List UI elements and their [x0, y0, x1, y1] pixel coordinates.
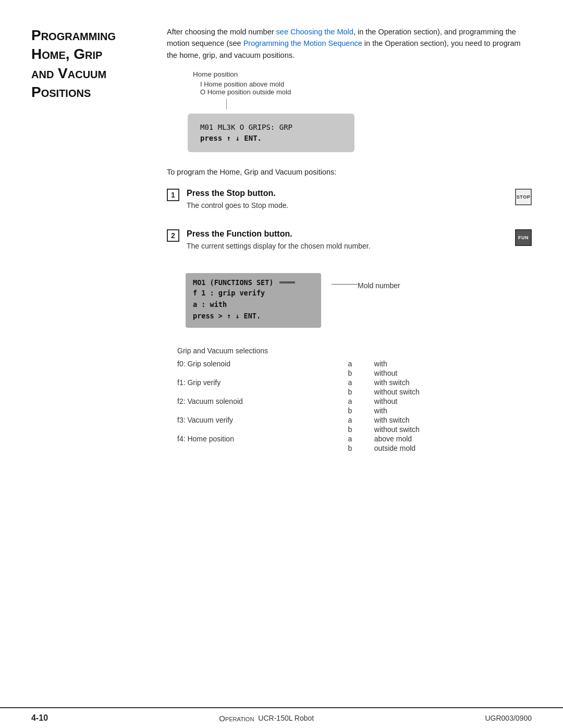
footer-page-number: 4-10	[31, 713, 48, 723]
to-program-text: To program the Home, Grip and Vacuum pos…	[167, 168, 532, 176]
home-screen-line1: M01 ML3K O GRIPS: GRP	[200, 122, 342, 133]
table-row: f4: Home positionaabove mold	[177, 434, 532, 443]
functions-header-text: MO1 (FUNCTIONS SET)	[193, 278, 273, 287]
left-column: Programming Home, Grip and Vacuum Positi…	[31, 26, 146, 692]
intro-link1[interactable]: see Choosing the Mold	[276, 28, 353, 36]
selection-b-value: without	[374, 368, 532, 378]
main-content: Programming Home, Grip and Vacuum Positi…	[0, 0, 563, 707]
step1-row: Press the Stop button. The control goes …	[187, 188, 532, 211]
selection-code: f4: Home position	[177, 434, 348, 443]
selection-b-letter: b	[348, 443, 374, 453]
functions-screen-wrapper: MO1 (FUNCTIONS SET) f 1 : grip verify a …	[186, 273, 532, 328]
header-bar-decoration	[279, 281, 295, 283]
home-screen-line2: press ↑ ↓ ENT.	[200, 133, 342, 144]
selection-code: f1: Grip verify	[177, 378, 348, 387]
title-line3: and Vacuum	[31, 65, 106, 81]
fun-button-icon: FUN	[515, 229, 532, 246]
selections-title: Grip and Vacuum selections	[177, 347, 532, 355]
functions-line1: f 1 : grip verify	[193, 288, 312, 299]
table-row: boutside mold	[177, 443, 532, 453]
page-footer: 4-10 Operation UCR-150L Robot UGR003/090…	[0, 707, 563, 728]
footer-doc-code: UGR003/0900	[485, 714, 532, 722]
title-line4: Positions	[31, 84, 91, 100]
home-position-diagram: Home position I Home position above mold…	[177, 70, 532, 156]
selection-a-value: with switch	[374, 378, 532, 387]
intro-link2[interactable]: Programming the Motion Sequence	[243, 39, 362, 47]
selection-a-value: without	[374, 397, 532, 406]
intro-text-part1: After choosing the mold number	[167, 28, 276, 36]
functions-header: MO1 (FUNCTIONS SET)	[193, 278, 312, 287]
step2-block: 2 Press the Function button. The current…	[167, 228, 532, 251]
selection-b-letter: b	[348, 406, 374, 415]
selection-b-value: with	[374, 406, 532, 415]
table-row: f2: Vacuum solenoidawithout	[177, 397, 532, 406]
selection-a-letter: a	[348, 397, 374, 406]
step2-row: Press the Function button. The current s…	[187, 228, 532, 251]
selection-b-value: outside mold	[374, 443, 532, 453]
selection-code: f2: Vacuum solenoid	[177, 397, 348, 406]
stop-button-label: STOP	[517, 194, 530, 200]
stop-button-icon: STOP	[515, 189, 532, 205]
table-row: bwithout	[177, 368, 532, 378]
table-row: f3: Vacuum verifyawith switch	[177, 415, 532, 425]
mold-number-line	[332, 284, 358, 285]
functions-line2: a : with	[193, 299, 312, 311]
footer-doc-title: UCR-150L Robot	[258, 714, 314, 722]
table-row: bwithout switch	[177, 387, 532, 397]
table-row: f1: Grip verifyawith switch	[177, 378, 532, 387]
footer-center: Operation UCR-150L Robot	[219, 714, 314, 723]
selection-code: f3: Vacuum verify	[177, 415, 348, 425]
page-title: Programming Home, Grip and Vacuum Positi…	[31, 26, 146, 102]
selection-b-value: without switch	[374, 425, 532, 434]
selection-code: f0: Grip solenoid	[177, 359, 348, 368]
step1-content: Press the Stop button. The control goes …	[187, 188, 532, 211]
step1-block: 1 Press the Stop button. The control goe…	[167, 188, 532, 211]
selection-a-value: with	[374, 359, 532, 368]
step2-content: Press the Function button. The current s…	[187, 228, 532, 251]
selection-empty	[177, 387, 348, 397]
selection-empty	[177, 443, 348, 453]
functions-screen-box: MO1 (FUNCTIONS SET) f 1 : grip verify a …	[186, 273, 321, 328]
selection-a-letter: a	[348, 434, 374, 443]
table-row: f0: Grip solenoidawith	[177, 359, 532, 368]
page-container: Programming Home, Grip and Vacuum Positi…	[0, 0, 563, 728]
step2-title: Press the Function button.	[187, 228, 371, 240]
home-legend-i: I Home position above mold O Home positi…	[193, 80, 532, 96]
step1-title: Press the Stop button.	[187, 188, 288, 199]
selection-b-value: without switch	[374, 387, 532, 397]
home-screen-box: M01 ML3K O GRIPS: GRP press ↑ ↓ ENT.	[188, 114, 354, 152]
selection-a-value: with switch	[374, 415, 532, 425]
table-row: bwith	[177, 406, 532, 415]
selection-a-letter: a	[348, 359, 374, 368]
step1-text: Press the Stop button. The control goes …	[187, 188, 288, 211]
selection-empty	[177, 406, 348, 415]
selections-table: f0: Grip solenoidawithbwithoutf1: Grip v…	[177, 359, 532, 453]
title-line2: Home, Grip	[31, 46, 102, 62]
table-row: bwithout switch	[177, 425, 532, 434]
step2-text: Press the Function button. The current s…	[187, 228, 371, 251]
selection-b-letter: b	[348, 387, 374, 397]
step2-desc: The current settings display for the cho…	[187, 241, 371, 252]
selection-empty	[177, 425, 348, 434]
step1-desc: The control goes to Stop mode.	[187, 201, 288, 211]
home-position-label: Home position	[193, 70, 532, 78]
vertical-connector	[226, 99, 227, 109]
selection-a-letter: a	[348, 378, 374, 387]
title-line1: Programming	[31, 27, 116, 43]
mold-number-label: Mold number	[358, 281, 400, 290]
legend-o-row: O Home position outside mold	[200, 88, 532, 96]
selections-box: Grip and Vacuum selections f0: Grip sole…	[177, 347, 532, 453]
right-column: After choosing the mold number see Choos…	[167, 26, 532, 692]
selection-a-value: above mold	[374, 434, 532, 443]
intro-paragraph: After choosing the mold number see Choos…	[167, 26, 532, 61]
mold-number-annotation: Mold number	[332, 278, 400, 290]
selection-b-letter: b	[348, 368, 374, 378]
footer-section-label: Operation	[219, 714, 254, 723]
selection-b-letter: b	[348, 425, 374, 434]
home-diagram-labels: Home position I Home position above mold…	[193, 70, 532, 96]
selection-empty	[177, 368, 348, 378]
step2-number: 2	[167, 229, 179, 242]
fun-button-label: FUN	[518, 235, 529, 240]
legend-i-row: I Home position above mold	[200, 80, 532, 88]
functions-line3: press > ↑ ↓ ENT.	[193, 311, 312, 322]
